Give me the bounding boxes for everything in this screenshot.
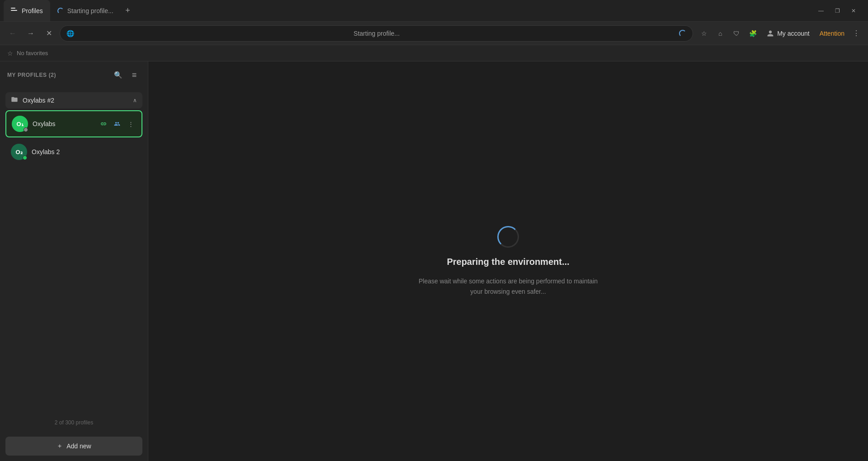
- nav-bar: ← → ✕ 🌐 Starting profile... ☆ ⌂ 🛡 🧩 My a…: [0, 22, 868, 45]
- more-dots-icon-2: ⋮: [129, 149, 135, 155]
- profiles-tab-icon: [11, 8, 18, 14]
- profile-group-oxylabs2[interactable]: Oxylabs #2 ∧: [5, 92, 142, 108]
- back-icon: ←: [9, 29, 16, 38]
- title-bar: Profiles Starting profile... + — ❐ ✕: [0, 0, 868, 22]
- online-status-dot: [119, 150, 123, 154]
- home-icon: ⌂: [718, 30, 722, 37]
- tab-loading-label: Starting profile...: [67, 7, 113, 14]
- filter-icon: ≡: [132, 71, 137, 80]
- shield-button[interactable]: 🛡: [729, 26, 744, 41]
- profile-name-oxylabs2: Oxylabs 2: [32, 148, 114, 155]
- tab-profiles[interactable]: Profiles: [4, 0, 50, 21]
- back-button[interactable]: ←: [5, 26, 20, 41]
- star-icon: ☆: [7, 50, 13, 57]
- sidebar-header: MY PROFILES (2) 🔍 ≡: [0, 61, 148, 89]
- profile-count: 2 of 300 profiles: [0, 414, 148, 431]
- search-icon: 🔍: [114, 71, 123, 79]
- address-loading-spinner: [679, 30, 686, 37]
- home-button[interactable]: ⌂: [713, 26, 727, 41]
- loading-subtitle: Please wait while some actions are being…: [418, 276, 599, 296]
- stop-icon: ✕: [46, 29, 52, 38]
- shield-icon: 🛡: [733, 30, 740, 37]
- loading-title: Preparing the environment...: [447, 257, 569, 267]
- more-dots-icon: ⋮: [128, 121, 134, 127]
- globe-icon: 🌐: [66, 30, 74, 37]
- account-button[interactable]: My account: [762, 28, 814, 39]
- filter-profiles-button[interactable]: ≡: [128, 69, 141, 81]
- profile-item-oxylabs[interactable]: O₁ Oxylabs ⋮: [5, 110, 142, 137]
- avatar-status-badge-oxylabs: [24, 127, 28, 132]
- window-restore-button[interactable]: ❐: [830, 4, 844, 18]
- browser-content: Preparing the environment... Please wait…: [148, 61, 868, 461]
- profile-name-oxylabs: Oxylabs: [33, 120, 94, 127]
- sidebar-header-icons: 🔍 ≡: [112, 69, 141, 81]
- folder-icon: [11, 96, 18, 105]
- attention-label: Attention: [820, 30, 844, 37]
- tab-add-icon: +: [125, 6, 130, 15]
- avatar-status-badge-oxylabs2: [23, 155, 27, 160]
- profile-users-button-oxylabs[interactable]: [112, 118, 123, 129]
- profile-initials-oxylabs2: O₂: [15, 149, 22, 155]
- tab-add-button[interactable]: +: [121, 4, 135, 18]
- puzzle-icon: 🧩: [749, 30, 757, 37]
- attention-button[interactable]: Attention: [816, 28, 848, 39]
- window-close-button[interactable]: ✕: [846, 4, 861, 18]
- stop-button[interactable]: ✕: [42, 26, 56, 41]
- window-minimize-button[interactable]: —: [814, 4, 828, 18]
- sidebar: MY PROFILES (2) 🔍 ≡ Oxylabs #2 ∧: [0, 61, 148, 461]
- add-new-button[interactable]: ＋ Add new: [5, 437, 142, 456]
- sidebar-title: MY PROFILES (2): [7, 72, 56, 78]
- tab-area: Profiles Starting profile... +: [4, 0, 814, 21]
- no-favorites-label: No favorites: [17, 50, 48, 56]
- forward-button[interactable]: →: [24, 26, 38, 41]
- chevron-up-icon: ∧: [133, 97, 137, 103]
- account-label: My account: [777, 30, 810, 37]
- menu-dots-button[interactable]: ⋮: [850, 27, 863, 40]
- address-text: Starting profile...: [78, 30, 675, 37]
- bookmark-star-icon: ☆: [701, 30, 707, 37]
- main-content: MY PROFILES (2) 🔍 ≡ Oxylabs #2 ∧: [0, 61, 868, 461]
- puzzle-button[interactable]: 🧩: [745, 26, 760, 41]
- nav-icons: ☆ ⌂ 🛡 🧩 My account Attention ⋮: [697, 26, 863, 41]
- sidebar-list: Oxylabs #2 ∧ O₁ Oxylabs: [0, 89, 148, 414]
- window-controls: — ❐ ✕: [814, 4, 864, 18]
- search-profiles-button[interactable]: 🔍: [112, 69, 124, 81]
- bookmark-star-button[interactable]: ☆: [697, 26, 711, 41]
- profile-more-button-oxylabs[interactable]: ⋮: [125, 118, 136, 129]
- profile-actions-oxylabs: ⋮: [98, 118, 136, 129]
- address-bar[interactable]: 🌐 Starting profile...: [60, 25, 693, 42]
- group-name: Oxylabs #2: [23, 97, 54, 104]
- profile-avatar-oxylabs: O₁: [12, 116, 28, 132]
- tab-loading-spinner: [57, 8, 64, 14]
- loading-spinner: [497, 226, 519, 248]
- menu-dots-icon: ⋮: [853, 29, 860, 38]
- add-new-label: Add new: [66, 442, 91, 450]
- profile-initials-oxylabs: O₁: [16, 121, 23, 127]
- tab-loading[interactable]: Starting profile...: [50, 0, 121, 21]
- group-header-left: Oxylabs #2: [11, 96, 54, 105]
- profile-link-button-oxylabs[interactable]: [98, 118, 109, 129]
- favorites-bar: ☆ No favorites: [0, 45, 868, 61]
- profile-more-button-oxylabs2[interactable]: ⋮: [126, 146, 137, 157]
- tab-profiles-label: Profiles: [22, 7, 43, 14]
- profile-item-oxylabs2[interactable]: O₂ Oxylabs 2 ⋮: [5, 139, 142, 165]
- forward-icon: →: [27, 29, 34, 38]
- account-icon: [766, 29, 774, 38]
- add-icon: ＋: [57, 442, 63, 450]
- profile-avatar-oxylabs2: O₂: [11, 144, 27, 160]
